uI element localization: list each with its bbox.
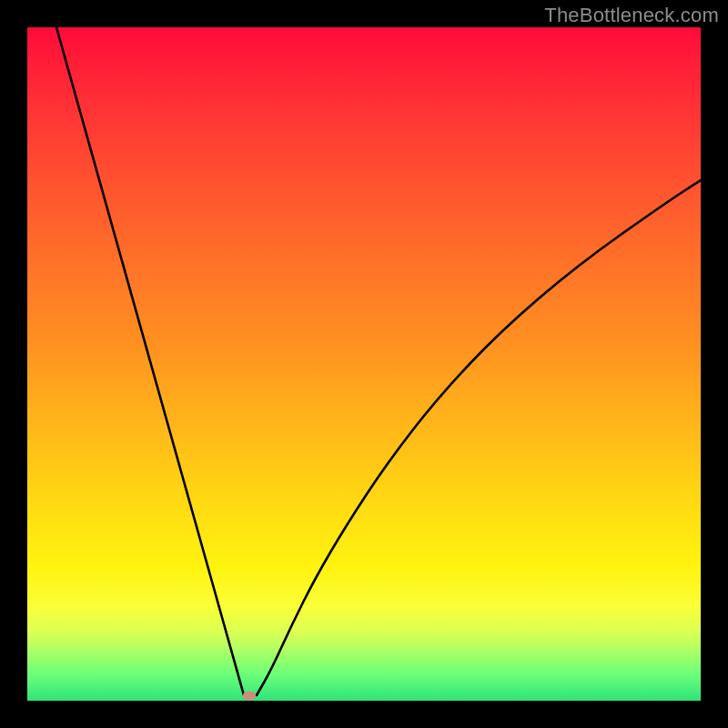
curve-left-branch: [56, 27, 244, 695]
chart-frame: TheBottleneck.com: [0, 0, 728, 728]
curve-svg: [27, 27, 701, 701]
curve-right-branch: [257, 180, 701, 695]
watermark-text: TheBottleneck.com: [544, 4, 719, 27]
plot-area: [27, 27, 701, 701]
dip-marker: [243, 692, 256, 700]
